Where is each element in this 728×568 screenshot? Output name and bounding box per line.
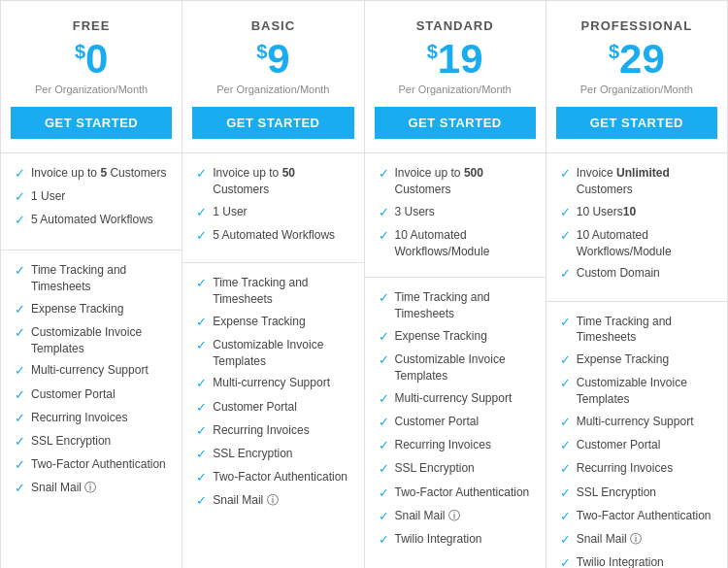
plan-header-basic: BASIC$9Per Organization/MonthGET STARTED [182, 1, 363, 153]
feature-item: ✓SSL Encryption [15, 433, 168, 451]
check-icon: ✓ [560, 265, 571, 283]
feature-item: ✓Two-Factor Authentication [560, 508, 713, 525]
check-icon: ✓ [15, 188, 25, 206]
feature-text: SSL Encryption [577, 484, 656, 501]
check-icon: ✓ [379, 390, 389, 408]
plan-period-basic: Per Organization/Month [192, 84, 353, 95]
feature-item: ✓Time Tracking and Timesheets [15, 262, 168, 295]
feature-item: ✓10 Automated Workflows/Module [560, 227, 713, 260]
plan-period-free: Per Organization/Month [11, 84, 172, 95]
check-icon: ✓ [379, 165, 389, 183]
check-icon: ✓ [560, 484, 571, 502]
check-icon: ✓ [379, 508, 389, 525]
plan-basic: BASIC$9Per Organization/MonthGET STARTED… [182, 1, 364, 568]
feature-item: ✓Snail Mail ⓘ [560, 531, 713, 549]
feature-item: ✓Time Tracking and Timesheets [560, 314, 713, 347]
plan-header-free: FREE$0Per Organization/MonthGET STARTED [1, 1, 182, 153]
feature-text: Time Tracking and Timesheets [213, 275, 349, 308]
top-features-basic: ✓Invoice up to 50 Customers✓1 User✓5 Aut… [182, 153, 363, 263]
feature-item: ✓5 Automated Workflows [196, 227, 349, 245]
feature-item: ✓1 User [15, 188, 168, 206]
plan-name-standard: STANDARD [375, 18, 536, 33]
plan-header-professional: PROFESSIONAL$29Per Organization/MonthGET… [546, 1, 727, 153]
check-icon: ✓ [560, 227, 571, 245]
feature-text: Invoice up to 50 Customers [213, 165, 349, 198]
check-icon: ✓ [560, 437, 571, 454]
feature-item: ✓1 User [196, 204, 349, 221]
get-started-button-professional[interactable]: GET STARTED [556, 107, 717, 139]
feature-item: ✓Multi-currency Support [15, 362, 168, 380]
feature-text: 5 Automated Workflows [31, 212, 153, 228]
feature-text: Recurring Invoices [31, 410, 127, 426]
plan-price-standard: $19 [375, 39, 536, 80]
feature-text: Twilio Integration [395, 531, 482, 548]
feature-text: Invoice up to 5 Customers [31, 165, 166, 182]
check-icon: ✓ [560, 554, 571, 568]
feature-text: Two-Factor Authentication [395, 484, 530, 501]
feature-text: Multi-currency Support [577, 414, 694, 430]
feature-item: ✓Expense Tracking [560, 351, 713, 369]
feature-text: Invoice Unlimited Customers [577, 165, 713, 198]
feature-text: 5 Automated Workflows [213, 227, 335, 244]
check-icon: ✓ [196, 446, 207, 463]
get-started-button-standard[interactable]: GET STARTED [375, 107, 536, 139]
top-features-professional: ✓Invoice Unlimited Customers✓10 Users10✓… [546, 153, 727, 302]
check-icon: ✓ [15, 301, 25, 318]
get-started-button-basic[interactable]: GET STARTED [192, 107, 353, 139]
feature-text: Expense Tracking [213, 314, 305, 330]
feature-item: ✓Customizable Invoice Templates [379, 351, 532, 384]
check-icon: ✓ [15, 433, 25, 451]
check-icon: ✓ [196, 422, 207, 440]
check-icon: ✓ [379, 351, 389, 369]
check-icon: ✓ [196, 469, 207, 486]
feature-text: Two-Factor Authentication [213, 469, 347, 485]
check-icon: ✓ [379, 414, 389, 431]
plan-name-free: FREE [11, 18, 172, 33]
check-icon: ✓ [15, 324, 25, 342]
check-icon: ✓ [196, 204, 207, 221]
feature-item: ✓Customer Portal [379, 414, 532, 431]
check-icon: ✓ [560, 351, 571, 369]
plan-price-free: $0 [11, 39, 172, 80]
feature-text: Customer Portal [395, 414, 480, 430]
feature-item: ✓Recurring Invoices [15, 410, 168, 427]
check-icon: ✓ [15, 165, 25, 183]
feature-text: Multi-currency Support [31, 362, 149, 379]
feature-item: ✓Two-Factor Authentication [379, 484, 532, 502]
feature-item: ✓5 Automated Workflows [15, 212, 168, 229]
top-features-standard: ✓Invoice up to 500 Customers✓3 Users✓10 … [365, 153, 546, 278]
get-started-button-free[interactable]: GET STARTED [11, 107, 172, 139]
feature-text: Expense Tracking [31, 301, 123, 317]
check-icon: ✓ [196, 492, 207, 510]
feature-item: ✓Customer Portal [196, 399, 349, 417]
check-icon: ✓ [15, 456, 25, 474]
feature-text: SSL Encryption [213, 446, 292, 462]
feature-item: ✓Expense Tracking [15, 301, 168, 318]
check-icon: ✓ [196, 375, 207, 392]
feature-item: ✓Two-Factor Authentication [196, 469, 349, 486]
feature-item: ✓Invoice up to 5 Customers [15, 165, 168, 183]
feature-item: ✓SSL Encryption [379, 460, 532, 478]
feature-text: 3 Users [395, 204, 435, 220]
feature-text: Custom Domain [577, 265, 660, 282]
plan-free: FREE$0Per Organization/MonthGET STARTED✓… [1, 1, 182, 568]
feature-item: ✓Expense Tracking [379, 328, 532, 346]
feature-text: Customizable Invoice Templates [395, 351, 532, 384]
feature-text: Customer Portal [213, 399, 297, 416]
feature-text: Time Tracking and Timesheets [31, 262, 168, 295]
feature-text: Snail Mail ⓘ [395, 508, 460, 524]
feature-text: Customizable Invoice Templates [577, 375, 713, 408]
check-icon: ✓ [196, 165, 207, 183]
feature-text: SSL Encryption [395, 460, 475, 477]
feature-item: ✓Invoice up to 500 Customers [379, 165, 532, 198]
feature-text: Snail Mail ⓘ [31, 480, 96, 496]
check-icon: ✓ [560, 314, 571, 331]
check-icon: ✓ [15, 386, 25, 404]
check-icon: ✓ [560, 508, 571, 525]
feature-text: Two-Factor Authentication [31, 456, 166, 473]
feature-item: ✓Customizable Invoice Templates [560, 375, 713, 408]
feature-text: Multi-currency Support [213, 375, 330, 391]
plan-standard: STANDARD$19Per Organization/MonthGET STA… [365, 1, 546, 568]
plan-period-standard: Per Organization/Month [375, 84, 536, 95]
feature-text: 10 Automated Workflows/Module [577, 227, 713, 260]
